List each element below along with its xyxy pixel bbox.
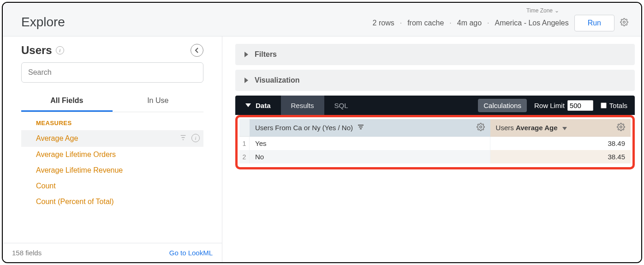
gear-icon[interactable] xyxy=(617,123,625,132)
dimension-cell[interactable]: No xyxy=(250,150,490,163)
measure-count-percent-total[interactable]: Count (Percent of Total) xyxy=(21,194,203,210)
main-content: Filters Visualization Data Results SQL C… xyxy=(222,36,641,262)
row-limit-label: Row Limit xyxy=(534,102,565,109)
measure-cell[interactable]: 38.45 xyxy=(490,150,631,163)
table-row: 1 Yes 38.49 xyxy=(239,137,631,150)
svg-point-5 xyxy=(620,126,622,128)
results-tab[interactable]: Results xyxy=(281,96,324,115)
measure-average-lifetime-orders[interactable]: Average Lifetime Orders xyxy=(21,147,203,163)
row-number: 1 xyxy=(239,137,250,150)
data-bar: Data Results SQL Calculations Row Limit … xyxy=(235,96,635,115)
chevron-down-icon: ⌄ xyxy=(555,7,559,14)
table-header-row: Users From Ca or Ny (Yes / No) Users Ave… xyxy=(239,119,631,137)
tab-in-use[interactable]: In Use xyxy=(113,91,204,112)
filter-icon[interactable] xyxy=(179,134,187,143)
sql-tab[interactable]: SQL xyxy=(324,96,358,115)
pivot-icon[interactable] xyxy=(358,124,364,132)
row-number: 2 xyxy=(239,150,250,163)
results-table-highlight: Users From Ca or Ny (Yes / No) Users Ave… xyxy=(235,115,635,169)
measure-average-lifetime-revenue[interactable]: Average Lifetime Revenue xyxy=(21,163,203,178)
gear-icon[interactable] xyxy=(620,18,628,28)
header: Explore Time Zone ⌄ 2 rows · from cache … xyxy=(3,3,641,36)
caret-down-icon xyxy=(245,103,251,107)
measure-header[interactable]: Users Average Age xyxy=(490,119,631,137)
info-icon[interactable]: i xyxy=(191,134,200,142)
totals-toggle[interactable]: Totals xyxy=(601,102,627,109)
measure-count[interactable]: Count xyxy=(21,178,203,194)
caret-right-icon xyxy=(244,52,248,57)
timezone-label: Time Zone xyxy=(526,7,553,14)
svg-rect-1 xyxy=(358,125,364,126)
status-tz: America - Los Angeles xyxy=(495,19,569,27)
row-limit-input[interactable] xyxy=(567,100,593,111)
filters-panel[interactable]: Filters xyxy=(235,44,635,65)
svg-rect-2 xyxy=(359,126,363,127)
page-title: Explore xyxy=(21,15,65,31)
measure-average-age[interactable]: Average Age i xyxy=(21,130,203,147)
status-rows: 2 rows xyxy=(373,19,394,27)
totals-checkbox[interactable] xyxy=(601,102,607,108)
fields-count: 158 fields xyxy=(12,249,42,257)
row-number-header xyxy=(239,119,250,137)
timezone-selector[interactable]: Time Zone ⌄ xyxy=(526,7,628,14)
dimension-header[interactable]: Users From Ca or Ny (Yes / No) xyxy=(250,119,490,137)
svg-point-0 xyxy=(623,21,626,24)
info-icon[interactable]: i xyxy=(56,46,64,54)
status-age: 4m ago xyxy=(457,19,482,27)
data-tab[interactable]: Data xyxy=(235,96,281,115)
calculations-button[interactable]: Calculations xyxy=(478,99,527,112)
status-cache: from cache xyxy=(407,19,444,27)
search-input[interactable] xyxy=(21,62,203,83)
gear-icon[interactable] xyxy=(477,123,485,132)
visualization-panel[interactable]: Visualization xyxy=(235,70,635,91)
measures-section-label: MEASURES xyxy=(21,112,203,130)
tab-all-fields[interactable]: All Fields xyxy=(21,91,113,112)
go-to-lookml-link[interactable]: Go to LookML xyxy=(169,249,213,257)
sort-desc-icon xyxy=(562,127,567,130)
collapse-sidebar-button[interactable] xyxy=(191,44,203,57)
measure-cell[interactable]: 38.49 xyxy=(490,137,631,150)
dimension-cell[interactable]: Yes xyxy=(250,137,490,150)
svg-point-4 xyxy=(479,126,482,128)
field-picker: Users i All Fields In Use MEASURES Avera… xyxy=(3,36,222,262)
caret-right-icon xyxy=(244,78,248,83)
run-button[interactable]: Run xyxy=(574,15,614,31)
view-name: Users xyxy=(21,44,52,57)
table-row: 2 No 38.45 xyxy=(239,150,631,163)
svg-rect-3 xyxy=(360,128,362,129)
